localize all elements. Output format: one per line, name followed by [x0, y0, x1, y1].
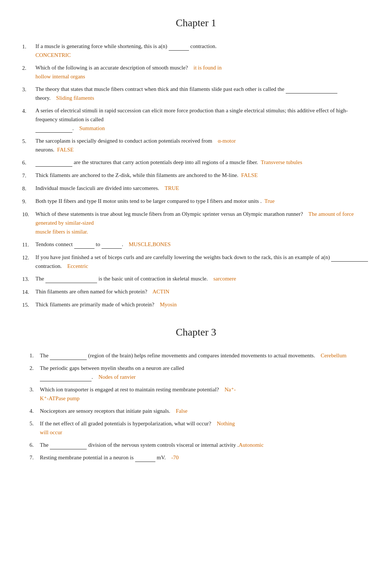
question-number: 3.: [30, 385, 40, 394]
question-text: The periodic gaps between myelin sheaths…: [40, 364, 370, 381]
answer: CONCENTRIC: [35, 52, 71, 58]
answer: Nothing: [217, 421, 235, 426]
question-text: Which ion transporter is engaged at rest…: [40, 385, 370, 403]
question-number: 10.: [22, 210, 35, 219]
question-item: 8. Individual muscle fasciculi are divid…: [22, 184, 370, 193]
question-text: The (region of the brain) helps refine m…: [40, 351, 370, 360]
answer: K⁺-ATPase pump: [40, 395, 80, 401]
question-number: 7.: [22, 171, 35, 180]
answer: FALSE: [57, 147, 74, 153]
blank: [135, 456, 155, 462]
chapter3-title: Chapter 3: [22, 324, 370, 341]
question-item: 13. The is the basic unit of contraction…: [22, 274, 370, 283]
question-item: 5. If the net effect of all graded poten…: [30, 419, 370, 437]
question-item: 10. Which of these statements is true ab…: [22, 210, 370, 236]
answer: α-motor: [218, 138, 236, 144]
blank: [45, 278, 97, 283]
question-item: 11. Tendons connect to . MUSCLE,BONES: [22, 240, 370, 249]
question-number: 8.: [22, 184, 35, 193]
question-item: 6. are the structures that carry action …: [22, 158, 370, 167]
question-number: 2.: [30, 364, 40, 372]
blank: [35, 161, 72, 167]
question-number: 2.: [22, 63, 35, 72]
question-item: 3. The theory that states that muscle fi…: [22, 85, 370, 102]
question-item: 3. Which ion transporter is engaged at r…: [30, 385, 370, 403]
answer: sarcomere: [213, 276, 236, 282]
chapter1-title: Chapter 1: [22, 15, 370, 31]
question-item: 2. The periodic gaps between myelin shea…: [30, 364, 370, 381]
question-item: 4. Nociceptors are sensory receptors tha…: [30, 406, 370, 415]
question-item: 6. The division of the nervous system co…: [30, 440, 370, 449]
question-text: Both type II fibers and type II motor un…: [35, 197, 370, 205]
answer: ACTIN: [152, 289, 169, 295]
question-item: 12. If you have just finished a set of b…: [22, 253, 370, 271]
question-text: Which of these statements is true about …: [35, 210, 370, 236]
answer: Sliding filaments: [56, 95, 94, 101]
question-item: 14. Thin filaments are often named for w…: [22, 287, 370, 296]
chapter1-questions: 1. If a muscle is generating force while…: [22, 42, 370, 309]
answer: Nodes of ranvier: [99, 374, 136, 380]
question-number: 7.: [30, 453, 40, 462]
question-text: The division of the nervous system contr…: [40, 440, 370, 449]
question-text: Tendons connect to . MUSCLE,BONES: [35, 240, 370, 249]
question-text: The is the basic unit of contraction in …: [35, 274, 370, 283]
question-number: 6.: [30, 440, 40, 449]
question-number: 15.: [22, 300, 35, 309]
answer: will occur: [40, 429, 62, 435]
blank: [35, 127, 72, 133]
question-number: 5.: [30, 419, 40, 428]
question-text: If a muscle is generating force while sh…: [35, 42, 370, 59]
question-number: 13.: [22, 274, 35, 283]
answer: MUSCLE,BONES: [129, 241, 171, 247]
blank: [40, 376, 92, 381]
answer: False: [176, 408, 188, 414]
blank: [50, 354, 87, 360]
chapter3-questions: 1. The (region of the brain) helps refin…: [30, 351, 370, 462]
question-number: 5.: [22, 136, 35, 146]
answer: True: [264, 198, 275, 204]
answer: hollow internal organs: [35, 74, 85, 79]
question-number: 1.: [22, 42, 35, 51]
blank: [102, 243, 122, 249]
question-number: 12.: [22, 253, 35, 262]
question-text: Which of the following is an accurate de…: [35, 63, 370, 81]
question-text: If you have just finished a set of bicep…: [35, 253, 370, 271]
question-text: The sarcoplasm is specially designed to …: [35, 136, 370, 154]
question-item: 7. Resting membrane potential in a neuro…: [30, 453, 370, 462]
question-text: The theory that states that muscle fiber…: [35, 85, 370, 102]
question-text: Resting membrane potential in a neuron i…: [40, 453, 370, 462]
blank: [74, 243, 94, 249]
answer: TRUE: [165, 185, 179, 191]
answer: Eccentric: [67, 263, 88, 269]
blank: [286, 88, 337, 93]
question-text: Thick filaments are primarily made of wh…: [35, 300, 370, 309]
question-number: 11.: [22, 240, 35, 249]
question-item: 15. Thick filaments are primarily made o…: [22, 300, 370, 309]
question-number: 9.: [22, 197, 35, 206]
question-text: Individual muscle fasciculi are divided …: [35, 184, 370, 193]
question-item: 7. Thick filaments are anchored to the Z…: [22, 171, 370, 180]
question-item: 5. The sarcoplasm is specially designed …: [22, 136, 370, 154]
question-item: 1. If a muscle is generating force while…: [22, 42, 370, 59]
question-item: 9. Both type II fibers and type II motor…: [22, 197, 370, 206]
question-number: 3.: [22, 85, 35, 94]
answer: Transverse tubules: [261, 159, 302, 165]
question-text: Nociceptors are sensory receptors that i…: [40, 406, 370, 415]
question-text: are the structures that carry action pot…: [35, 158, 370, 167]
answer: muscle fibers is similar.: [35, 229, 88, 235]
question-text: If the net effect of all graded potentia…: [40, 419, 370, 437]
question-number: 4.: [30, 406, 40, 415]
question-text: Thick filaments are anchored to the Z-di…: [35, 171, 370, 180]
blank: [50, 444, 87, 449]
blank: [169, 45, 189, 51]
answer: Myosin: [160, 302, 177, 307]
answer: -70: [171, 455, 179, 460]
question-item: 4. A series of electrical stimuli in rap…: [22, 106, 370, 133]
answer: Na⁺-: [224, 387, 236, 392]
question-number: 14.: [22, 287, 35, 296]
question-item: 2. Which of the following is an accurate…: [22, 63, 370, 81]
blank: [331, 256, 368, 262]
answer: Summation: [79, 125, 105, 131]
question-number: 4.: [22, 106, 35, 115]
answer: it is found in: [193, 65, 221, 71]
